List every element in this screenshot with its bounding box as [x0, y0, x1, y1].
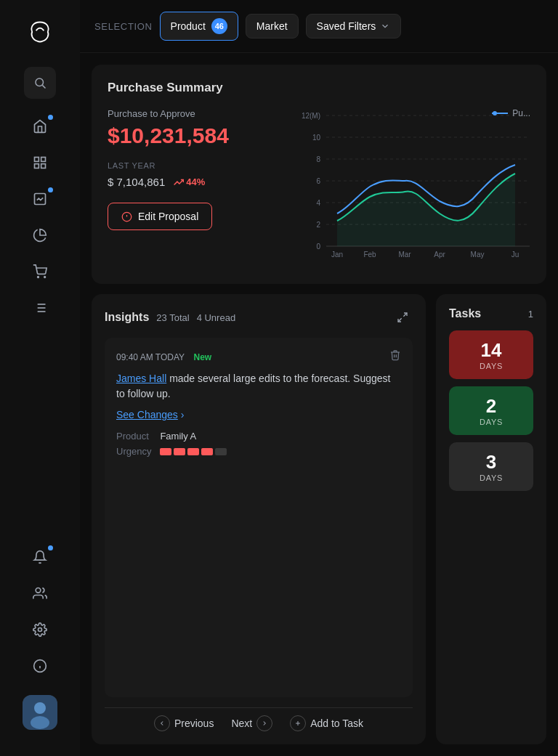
sidebar-nav [24, 110, 56, 541]
purchase-amount: $10,231,584 [108, 123, 296, 148]
product-detail-label: Product [116, 431, 151, 442]
chart-legend-label: Pu... [512, 108, 530, 118]
product-label: Product [171, 20, 206, 32]
sidebar-item-bell[interactable] [24, 541, 56, 573]
insight-nav: Previous Next [105, 707, 413, 731]
task-label-1: DAYS [480, 418, 503, 426]
insights-header: Insights 23 Total 4 Unread [105, 307, 413, 328]
sidebar-item-grid[interactable] [24, 147, 56, 179]
insight-user-link[interactable]: James Hall [116, 373, 166, 384]
see-changes-label[interactable]: See Changes [116, 409, 178, 420]
svg-text:0: 0 [316, 243, 320, 251]
svg-text:6: 6 [316, 177, 320, 185]
app-logo [23, 15, 57, 49]
search-button[interactable] [24, 67, 56, 99]
purchase-left: Purchase to Approve $10,231,584 LAST YEA… [108, 108, 296, 268]
product-badge: 46 [211, 18, 227, 34]
bell-dot [48, 545, 53, 550]
add-to-task-button[interactable]: Add to Task [290, 715, 363, 731]
insights-unread-count: 4 Unread [197, 312, 235, 323]
purchase-summary-card: Purchase Summary Purchase to Approve $10… [92, 65, 546, 284]
urgency-bars [160, 446, 401, 457]
next-button[interactable]: Next [231, 715, 272, 731]
insights-card: Insights 23 Total 4 Unread [92, 294, 426, 744]
insight-time: 09:40 AM TODAY [116, 352, 185, 362]
svg-line-1 [42, 85, 45, 88]
user-avatar[interactable] [23, 695, 57, 730]
previous-label: Previous [174, 718, 214, 729]
sidebar [0, 0, 80, 756]
sidebar-item-cart[interactable] [24, 256, 56, 288]
sidebar-item-info[interactable] [24, 650, 56, 682]
task-label-0: DAYS [480, 362, 503, 370]
insights-title: Insights [105, 311, 149, 324]
sidebar-item-chart[interactable] [24, 183, 56, 215]
chevron-down-icon [380, 21, 390, 31]
insight-delete-button[interactable] [389, 349, 401, 364]
task-item-0[interactable]: 14 DAYS [449, 330, 533, 379]
svg-text:Apr: Apr [434, 251, 445, 259]
purchase-chart: Pu... 12(M) 10 8 [296, 108, 530, 268]
svg-text:2: 2 [316, 221, 320, 229]
svg-rect-2 [35, 158, 39, 162]
next-circle-icon [256, 715, 272, 731]
task-days-2: 3 [486, 451, 496, 473]
task-item-2[interactable]: 3 DAYS [449, 442, 533, 491]
urgency-bar-5 [215, 448, 227, 455]
trend-up-icon [174, 177, 184, 187]
svg-point-21 [34, 702, 46, 714]
info-circle-icon [121, 211, 132, 222]
sidebar-item-home[interactable] [24, 110, 56, 142]
saved-filters-button[interactable]: Saved Filters [306, 14, 402, 38]
sidebar-item-users[interactable] [24, 577, 56, 609]
svg-point-22 [31, 716, 49, 729]
arrow-left-icon [158, 720, 166, 727]
insights-expand-button[interactable] [392, 307, 413, 328]
content-area: Purchase Summary Purchase to Approve $10… [80, 53, 558, 756]
urgency-bar-1 [160, 448, 171, 455]
market-button[interactable]: Market [246, 14, 299, 38]
see-changes-link[interactable]: See Changes › [116, 409, 401, 420]
purchase-to-approve-label: Purchase to Approve [108, 108, 296, 119]
svg-point-8 [44, 277, 46, 278]
expand-icon [397, 312, 408, 323]
svg-text:12(M): 12(M) [302, 112, 320, 120]
svg-rect-3 [41, 158, 46, 162]
urgency-bar-4 [201, 448, 213, 455]
bottom-row: Insights 23 Total 4 Unread [92, 294, 546, 744]
svg-point-0 [36, 78, 44, 86]
selection-label: SELECTION [94, 21, 153, 32]
insights-total-count: 23 Total [156, 312, 189, 323]
urgency-bar-3 [187, 448, 199, 455]
prev-circle-icon [154, 715, 170, 731]
previous-button[interactable]: Previous [154, 715, 214, 731]
tasks-count: 1 [528, 309, 533, 320]
task-item-1[interactable]: 2 DAYS [449, 386, 533, 435]
svg-text:Jan: Jan [331, 251, 343, 259]
edit-proposal-label: Edit Proposal [138, 211, 198, 222]
sidebar-item-list[interactable] [24, 292, 56, 324]
sidebar-item-pie[interactable] [24, 219, 56, 251]
main-content: SELECTION Product 46 Market Saved Filter… [80, 0, 558, 756]
topbar: SELECTION Product 46 Market Saved Filter… [80, 0, 558, 53]
line-chart-svg: 12(M) 10 8 6 4 2 0 Jan Feb Mar Apr May J… [296, 108, 530, 261]
insight-details: Product Family A Urgency [116, 431, 401, 457]
svg-line-49 [398, 318, 402, 322]
insight-meta: 09:40 AM TODAY New [116, 349, 401, 364]
product-button[interactable]: Product 46 [160, 12, 238, 41]
svg-text:Mar: Mar [398, 251, 411, 259]
edit-proposal-button[interactable]: Edit Proposal [108, 203, 212, 230]
insight-text: James Hall made several large edits to t… [116, 371, 401, 402]
insight-item: 09:40 AM TODAY New [105, 338, 413, 697]
product-detail-value: Family A [160, 431, 401, 442]
chart-legend-line [492, 110, 508, 117]
svg-rect-5 [41, 164, 46, 168]
trash-icon [389, 349, 401, 361]
svg-text:4: 4 [316, 199, 320, 207]
purchase-summary-title: Purchase Summary [108, 81, 530, 95]
next-label: Next [231, 718, 252, 729]
svg-point-16 [39, 628, 42, 632]
sidebar-item-settings[interactable] [24, 614, 56, 646]
svg-point-27 [493, 111, 497, 115]
chart-dot [48, 187, 53, 192]
